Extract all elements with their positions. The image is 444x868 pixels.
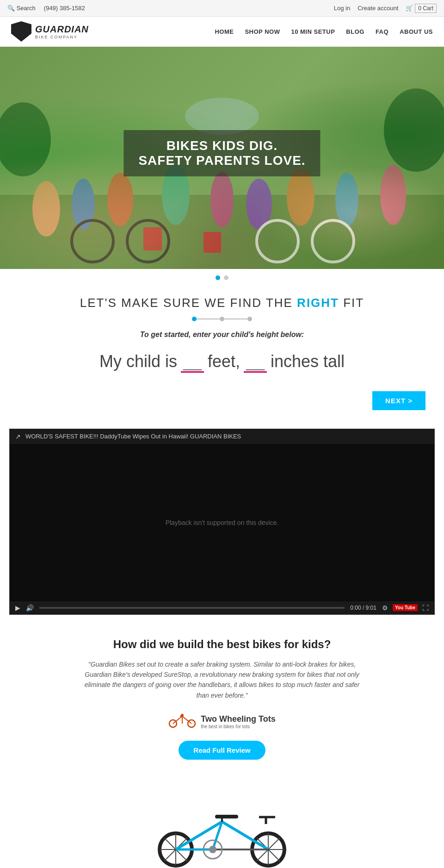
hero-line2: SAFETY PARENTS LOVE.	[138, 153, 305, 168]
two-wheeling-name: Two Wheeling Tots	[201, 714, 275, 724]
fit-input-prefix: My child is	[99, 352, 177, 371]
progress-step-1	[192, 317, 197, 321]
nav-faq[interactable]: FAQ	[376, 28, 388, 35]
fit-title-before: LET'S MAKE SURE WE FIND THE	[80, 296, 297, 310]
cart-count: 0	[418, 5, 421, 12]
svg-rect-15	[143, 227, 162, 250]
two-wheeling-badge: Two Wheeling Tots the best in bikes for …	[18, 712, 426, 731]
video-time: 0:00 / 9:01	[350, 605, 376, 611]
fit-subtitle: To get started, enter your child's heigh…	[18, 331, 426, 339]
video-controls: ▶ 🔊 0:00 / 9:01 ⚙ You Tube ⛶	[10, 601, 434, 614]
hero-text-box: BIKES KIDS DIG. SAFETY PARENTS LOVE.	[123, 130, 320, 176]
read-review-button[interactable]: Read Full Review	[179, 741, 265, 760]
nav-shop[interactable]: SHOP NOW	[245, 28, 280, 35]
build-section: How did we build the best bikes for kids…	[0, 624, 444, 781]
cart-icon: 🛒	[406, 5, 413, 12]
login-link[interactable]: Log in	[334, 5, 350, 12]
brand-sub: BIKE COMPANY	[35, 35, 89, 40]
hero-background: BIKES KIDS DIG. SAFETY PARENTS LOVE.	[0, 47, 444, 269]
hero-line1: BIKES KIDS DIG.	[138, 138, 305, 153]
carousel-dots	[0, 269, 444, 287]
logo-shield-icon	[11, 21, 31, 42]
carousel-dot-1[interactable]	[216, 275, 220, 280]
svg-point-9	[335, 173, 358, 226]
fit-title: LET'S MAKE SURE WE FIND THE RIGHT FIT	[18, 296, 426, 310]
inches-input[interactable]	[244, 352, 267, 373]
play-button[interactable]: ▶	[15, 604, 20, 612]
build-quote: "Guardian Bikes set out to create a safe…	[83, 659, 361, 701]
main-nav: HOME SHOP NOW 10 MIN SETUP BLOG FAQ ABOU…	[215, 28, 433, 35]
video-title: WORLD'S SAFEST BIKE!!! DaddyTube Wipes O…	[25, 433, 241, 440]
svg-point-4	[107, 173, 133, 226]
youtube-badge: You Tube	[393, 604, 418, 611]
next-button-row: NEXT >	[0, 391, 444, 410]
svg-point-10	[380, 165, 406, 225]
two-wheeling-text: Two Wheeling Tots the best in bikes for …	[201, 714, 275, 729]
video-main-area[interactable]: Playback isn't supported on this device.	[10, 444, 434, 601]
video-playback-msg: Playback isn't supported on this device.	[166, 519, 279, 526]
feet-label: feet,	[208, 352, 240, 371]
cart-button[interactable]: 🛒 0 Cart	[406, 4, 437, 13]
svg-point-26	[181, 714, 184, 717]
progress-step-2	[220, 317, 224, 321]
brand-name: GUARDIAN	[35, 24, 89, 35]
top-bar: 🔍 Search (949) 385-1582 Log in Create ac…	[0, 0, 444, 17]
fit-progress	[18, 317, 426, 321]
top-bar-left: 🔍 Search (949) 385-1582	[7, 5, 85, 12]
logo[interactable]: GUARDIAN BIKE COMPANY	[11, 21, 89, 42]
video-progress-track[interactable]	[39, 607, 345, 609]
carousel-dot-2[interactable]	[224, 275, 228, 280]
progress-line-1	[197, 318, 220, 319]
two-wheeling-icon	[168, 712, 196, 731]
settings-button[interactable]: ⚙	[382, 604, 388, 612]
svg-point-6	[210, 172, 234, 227]
feet-input[interactable]	[181, 352, 204, 373]
phone-number: (949) 385-1582	[44, 5, 85, 12]
inches-label: inches tall	[271, 352, 345, 371]
progress-step-3	[247, 317, 252, 321]
fit-input-row: My child is feet, inches tall	[18, 352, 426, 373]
create-account-link[interactable]: Create account	[358, 5, 398, 12]
nav-home[interactable]: HOME	[215, 28, 234, 35]
svg-rect-16	[204, 232, 221, 253]
progress-line-2	[224, 318, 247, 319]
two-wheeling-sub: the best in bikes for tots	[201, 724, 275, 729]
nav-blog[interactable]: BLOG	[346, 28, 364, 35]
bike-illustration	[130, 785, 314, 868]
hero-overlay: BIKES KIDS DIG. SAFETY PARENTS LOVE.	[123, 130, 320, 176]
svg-point-8	[287, 169, 314, 226]
next-button[interactable]: NEXT >	[372, 391, 426, 410]
svg-point-46	[209, 846, 216, 853]
hero-banner: BIKES KIDS DIG. SAFETY PARENTS LOVE.	[0, 47, 444, 269]
fit-title-after: FIT	[339, 296, 364, 310]
mute-button[interactable]: 🔊	[26, 604, 34, 612]
header: GUARDIAN BIKE COMPANY HOME SHOP NOW 10 M…	[0, 17, 444, 47]
video-title-bar: ↗ WORLD'S SAFEST BIKE!!! DaddyTube Wipes…	[10, 429, 434, 444]
bike-bottom-image	[0, 780, 444, 868]
video-controls-right: ⚙ You Tube ⛶	[382, 604, 429, 612]
nav-setup[interactable]: 10 MIN SETUP	[291, 28, 335, 35]
search-icon: 🔍	[7, 5, 15, 12]
fit-section: LET'S MAKE SURE WE FIND THE RIGHT FIT To…	[0, 287, 444, 391]
fullscreen-button[interactable]: ⛶	[422, 604, 429, 612]
top-bar-right: Log in Create account 🛒 0 Cart	[334, 4, 437, 13]
nav-about[interactable]: ABOUT US	[400, 28, 433, 35]
svg-point-17	[185, 98, 259, 135]
search-link[interactable]: 🔍 Search	[7, 5, 36, 12]
cart-label: Cart	[423, 5, 433, 12]
video-container: ↗ WORLD'S SAFEST BIKE!!! DaddyTube Wipes…	[9, 429, 435, 615]
search-label: Search	[17, 5, 36, 12]
svg-point-2	[32, 181, 60, 237]
share-icon[interactable]: ↗	[15, 433, 21, 440]
svg-rect-42	[215, 815, 238, 818]
video-section: ↗ WORLD'S SAFEST BIKE!!! DaddyTube Wipes…	[0, 424, 444, 624]
fit-title-highlight: RIGHT	[297, 296, 339, 310]
build-title: How did we build the best bikes for kids…	[18, 638, 426, 651]
cart-count-box: 0 Cart	[415, 4, 437, 13]
logo-text: GUARDIAN BIKE COMPANY	[35, 24, 89, 40]
